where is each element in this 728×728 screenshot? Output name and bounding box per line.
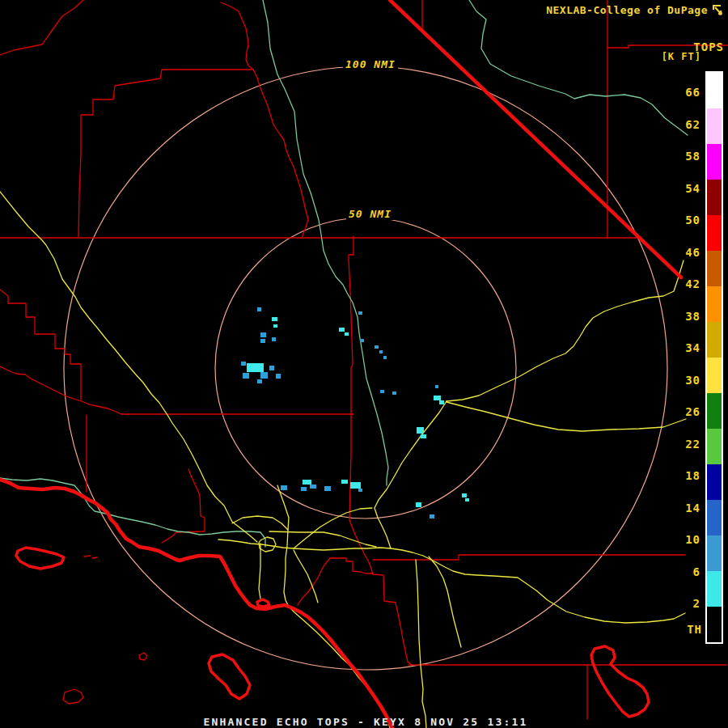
- colorbar-tick-label: 38: [668, 310, 700, 323]
- radar-echo-cell: [379, 350, 383, 353]
- colorbar-band: [707, 144, 722, 180]
- radar-map-canvas: [0, 0, 728, 728]
- highway-line: [429, 557, 461, 647]
- colorbar-band: [707, 571, 722, 607]
- colorbar-tick-label: 10: [668, 533, 700, 546]
- radar-echo-cell: [462, 493, 467, 497]
- colorbar-band: [707, 607, 722, 642]
- highway-line: [259, 544, 260, 599]
- range-ring-label-100nmi: 100 NMI: [343, 59, 398, 70]
- radar-echo-cell: [416, 502, 421, 507]
- colorbar-band: [707, 251, 722, 286]
- radar-echo-cell: [435, 385, 438, 388]
- radar-echo-cell: [301, 487, 307, 491]
- colorbar-tick-label: 62: [668, 118, 700, 131]
- page-title: NEXLAB-College of DuPage: [546, 4, 708, 16]
- range-ring-100nmi: [64, 66, 667, 670]
- colorbar-units: [K FT]: [662, 51, 701, 62]
- colorbar-band: [707, 500, 722, 535]
- river-line: [469, 0, 688, 135]
- radar-echo-cell: [375, 345, 379, 349]
- colorbar-tick-label: 58: [668, 150, 700, 163]
- cod-logo-icon: [712, 4, 723, 16]
- colorbar-band: [707, 286, 722, 322]
- radar-echo-cell: [383, 356, 387, 359]
- radar-echo-cell: [341, 480, 348, 484]
- colorbar-threshold-label: TH: [670, 623, 702, 636]
- radar-echo-cell: [247, 363, 264, 372]
- product-caption: ENHANCED ECHO TOPS - KEYX 8 NOV 25 13:11: [203, 716, 527, 728]
- title-bar: NEXLAB-College of DuPage: [546, 4, 723, 16]
- radar-echo-cell: [281, 485, 287, 490]
- highway-line: [447, 402, 686, 431]
- major-highway-line: [0, 480, 392, 728]
- colorbar-tick-label: 46: [668, 246, 700, 259]
- range-ring-label-50nmi: 50 NMI: [346, 209, 394, 220]
- county-boundary-line: [221, 2, 253, 70]
- island-outline-thin: [84, 556, 91, 557]
- radar-echo-cell: [465, 498, 469, 502]
- island-outline-thin: [63, 689, 83, 704]
- radar-echo-cell: [272, 317, 277, 321]
- colorbar-band: [707, 73, 722, 108]
- highway-line: [416, 560, 426, 728]
- radar-echo-cell: [243, 373, 249, 379]
- radar-echo-cell: [439, 400, 444, 404]
- colorbar-tick-label: 42: [668, 277, 700, 290]
- colorbar-band: [707, 464, 722, 500]
- radar-echo-cell: [260, 339, 265, 343]
- radar-echo-cell: [272, 337, 276, 341]
- county-boundary-line: [78, 70, 253, 237]
- county-boundary-line: [0, 366, 121, 414]
- radar-display: NEXLAB-College of DuPage TOPS [K FT] 666…: [0, 0, 728, 728]
- radar-echo-cell: [269, 366, 274, 370]
- island-outline: [591, 646, 649, 717]
- colorbar-band: [707, 358, 722, 393]
- colorbar-tick-label: 6: [668, 565, 700, 578]
- radar-echo-cell: [303, 480, 311, 485]
- colorbar-tick-label: 26: [668, 405, 700, 418]
- radar-echo-cell: [241, 362, 246, 366]
- radar-echo-cell: [430, 514, 434, 518]
- radar-echo-cell: [276, 374, 281, 379]
- colorbar-tick-label: 22: [668, 438, 700, 451]
- colorbar-band: [707, 215, 722, 251]
- radar-echo-cell: [257, 379, 262, 383]
- radar-echo-cell: [257, 307, 261, 311]
- county-boundary-line: [330, 558, 373, 574]
- highway-line: [375, 401, 447, 548]
- colorbar-band: [707, 108, 722, 144]
- colorbar-tick-label: 54: [668, 182, 700, 195]
- radar-echo-cell: [380, 390, 384, 393]
- island-outline-thin: [92, 557, 97, 558]
- radar-echo-cell: [358, 311, 362, 315]
- radar-echo-cell: [421, 434, 426, 438]
- radar-echo-cell: [417, 427, 424, 434]
- radar-echo-cell: [273, 324, 277, 328]
- radar-echo-cell: [345, 332, 349, 336]
- radar-echo-cell: [310, 485, 316, 489]
- radar-echo-cell: [324, 486, 331, 491]
- island-outline-thin: [139, 653, 147, 660]
- colorbar: [705, 71, 723, 644]
- colorbar-band: [707, 429, 722, 464]
- radar-echo-cell: [339, 328, 345, 332]
- radar-echo-cell: [434, 396, 441, 400]
- colorbar-tick-label: 50: [668, 214, 700, 226]
- major-highway-line: [390, 0, 681, 277]
- colorbar-band: [707, 322, 722, 358]
- island-outline: [209, 654, 250, 699]
- colorbar-tick-label: 18: [668, 469, 700, 482]
- county-boundary-line: [0, 0, 83, 55]
- colorbar-band: [707, 180, 722, 215]
- radar-echo-cell: [392, 392, 396, 395]
- colorbar-tick-label: 2: [668, 597, 700, 610]
- island-outline: [16, 548, 64, 569]
- radar-echo-cell: [360, 339, 364, 342]
- highway-line: [447, 260, 684, 401]
- radar-echo-cell: [260, 332, 266, 337]
- radar-echo-cell: [260, 372, 268, 379]
- colorbar-tick-label: 66: [668, 86, 700, 99]
- colorbar-band: [707, 535, 722, 571]
- county-boundary-line: [373, 555, 685, 560]
